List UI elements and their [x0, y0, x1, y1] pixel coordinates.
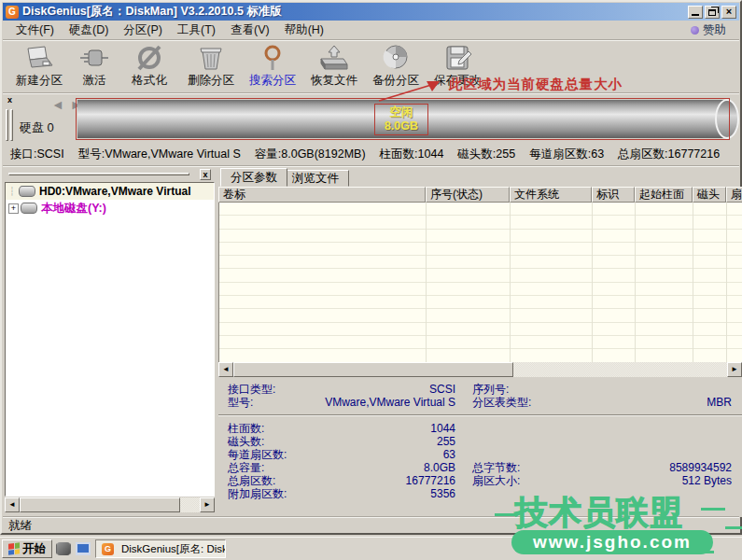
- free-space-text: 空闲: [390, 105, 413, 119]
- tree-item-hd0[interactable]: ┆ HD0:VMware,VMware Virtual: [6, 183, 214, 200]
- menu-help[interactable]: 帮助(H): [277, 21, 331, 40]
- detail-value: 16777216: [406, 474, 455, 487]
- panel-close-icon[interactable]: x: [5, 96, 15, 106]
- sidebar-header: x: [5, 169, 215, 181]
- detail-value: SCSI: [429, 383, 455, 396]
- minimize-icon: [692, 14, 699, 16]
- expand-plus-icon[interactable]: +: [8, 203, 19, 214]
- scroll-left-icon[interactable]: ◄: [218, 362, 233, 377]
- minimize-button[interactable]: [688, 6, 703, 19]
- toolbar: 新建分区 激活 格式化 删除分区 搜索分区 恢复文件: [3, 41, 739, 93]
- disk-bar-panel: x ◄► 硬盘 0 空闲 8.0GB: [3, 94, 739, 144]
- table-header: 卷标 序号(状态) 文件系统 标识 起始柱面 磁头 扇区 终止柱面 磁头: [218, 187, 742, 203]
- format-button[interactable]: 格式化: [119, 43, 180, 91]
- restore-icon: [708, 9, 716, 16]
- menu-disk[interactable]: 硬盘(D): [62, 21, 116, 40]
- table-column: [593, 203, 636, 362]
- detail-value: 255: [437, 435, 455, 448]
- title-bar: G DiskGenius[原名：DiskMan] V3.2.2010.5 标准版…: [3, 3, 739, 21]
- col-start-cylinder[interactable]: 起始柱面: [635, 187, 693, 203]
- sponsor-dot-icon: [691, 26, 699, 35]
- detail-value: 1044: [430, 422, 455, 435]
- recover-files-button[interactable]: 恢复文件: [303, 43, 365, 91]
- free-space-label[interactable]: 空闲 8.0GB: [374, 104, 428, 135]
- window-title: DiskGenius[原名：DiskMan] V3.2.2010.5 标准版: [22, 4, 686, 20]
- scrollbar-thumb[interactable]: [20, 497, 180, 512]
- diskgenius-logo-icon: G: [102, 543, 114, 555]
- table-column: [727, 203, 742, 362]
- taskbar-task-diskgenius[interactable]: G DiskGenius[原名: DiskMa...: [95, 539, 226, 558]
- info-cylinders: 柱面数:1044: [380, 147, 444, 162]
- info-capacity: 容量:8.0GB(8192MB): [255, 147, 366, 162]
- scroll-left-icon[interactable]: ◄: [5, 497, 20, 512]
- details-left-top: 接口类型:SCSI 型号:VMware,VMware Virtual S: [228, 383, 455, 409]
- detail-value: 8589934592: [669, 461, 732, 474]
- menu-bar: 文件(F) 硬盘(D) 分区(P) 工具(T) 查看(V) 帮助(H) 赞助: [3, 21, 739, 40]
- scroll-right-icon[interactable]: ►: [727, 362, 742, 377]
- save-changes-icon: [441, 43, 473, 73]
- backup-partition-button[interactable]: 备份分区: [365, 43, 427, 91]
- col-volume-label[interactable]: 卷标: [218, 187, 426, 203]
- close-button[interactable]: ×: [721, 6, 736, 19]
- info-model: 型号:VMware,VMware Virtual S: [78, 147, 241, 162]
- tree-item-local-disk[interactable]: + 本地磁盘(Y:): [6, 200, 214, 217]
- detail-value: VMware,VMware Virtual S: [325, 396, 455, 409]
- detail-value: 63: [443, 448, 455, 461]
- menu-file[interactable]: 文件(F): [8, 21, 62, 40]
- start-button[interactable]: 开始: [2, 539, 52, 558]
- col-sector[interactable]: 扇区: [726, 187, 742, 203]
- table-column: [219, 203, 427, 362]
- details-left-bottom: 柱面数:1044 磁头数:255 每道扇区数:63 总容量:8.0GB 总扇区数…: [228, 422, 455, 500]
- detail-label: 总容量:: [228, 461, 264, 474]
- quicklaunch-chip-icon[interactable]: [57, 542, 70, 555]
- partition-table-body[interactable]: [218, 203, 742, 362]
- tab-partition-params[interactable]: 分区参数: [220, 168, 287, 187]
- detail-value: MBR: [707, 396, 732, 409]
- harddisk-icon: [19, 186, 35, 197]
- tab-strip: 分区参数 浏览文件: [218, 168, 742, 187]
- tab-browse-files[interactable]: 浏览文件: [282, 170, 349, 187]
- table-column: [511, 203, 593, 362]
- activate-button[interactable]: 激活: [70, 43, 119, 91]
- detail-label: 附加扇区数:: [228, 487, 287, 500]
- sidebar-hscrollbar[interactable]: ◄ ►: [5, 497, 215, 512]
- col-filesystem[interactable]: 文件系统: [510, 187, 592, 203]
- sidebar-close-icon[interactable]: x: [200, 169, 211, 180]
- tree-item-label: 本地磁盘(Y:): [41, 201, 106, 217]
- sponsor-link[interactable]: 赞助: [691, 22, 734, 38]
- sidebar-grip[interactable]: [8, 173, 189, 175]
- main-panel: 分区参数 浏览文件 卷标 序号(状态) 文件系统 标识 起始柱面 磁头 扇区 终…: [218, 168, 742, 517]
- disk-details: 接口类型:SCSI 型号:VMware,VMware Virtual S 序列号…: [218, 377, 742, 517]
- panel-grip[interactable]: [6, 109, 8, 141]
- detail-label: 型号:: [228, 396, 253, 409]
- info-sectors-per-track: 每道扇区数:63: [529, 147, 604, 162]
- show-desktop-icon[interactable]: [76, 542, 91, 555]
- detail-label: 柱面数:: [228, 422, 264, 435]
- col-flag[interactable]: 标识: [592, 187, 635, 203]
- app-window: G DiskGenius[原名：DiskMan] V3.2.2010.5 标准版…: [0, 0, 742, 535]
- info-total-sectors: 总扇区数:16777216: [618, 147, 720, 162]
- diskgenius-logo-icon: G: [6, 6, 19, 19]
- delete-partition-button[interactable]: 删除分区: [180, 43, 242, 91]
- menu-partition[interactable]: 分区(P): [116, 21, 170, 40]
- disk-label: 硬盘 0: [20, 119, 54, 136]
- menu-view[interactable]: 查看(V): [223, 21, 277, 40]
- detail-label: 总扇区数:: [228, 474, 275, 487]
- sidebar: x ┆ HD0:VMware,VMware Virtual + 本地磁盘(Y:)…: [5, 169, 215, 513]
- detail-label: 每道扇区数:: [228, 448, 287, 461]
- panel-grip[interactable]: [10, 109, 13, 141]
- menu-tools[interactable]: 工具(T): [170, 21, 223, 40]
- status-bar: 就绪: [3, 517, 739, 534]
- search-partition-button[interactable]: 搜索分区: [242, 43, 303, 91]
- col-index-status[interactable]: 序号(状态): [426, 187, 510, 203]
- new-partition-button[interactable]: 新建分区: [8, 43, 70, 91]
- restore-button[interactable]: [705, 6, 720, 19]
- annotation-text: 此区域为当前硬盘总量大小: [449, 76, 623, 93]
- table-hscrollbar[interactable]: ◄ ►: [218, 362, 742, 377]
- col-head[interactable]: 磁头: [693, 187, 726, 203]
- info-interface: 接口:SCSI: [10, 147, 64, 162]
- scrollbar-thumb[interactable]: [233, 362, 513, 377]
- details-right-bottom: 总字节数:8589934592 扇区大小:512 Bytes: [472, 461, 732, 487]
- scroll-right-icon[interactable]: ►: [200, 497, 215, 512]
- tree-branch: ┆: [6, 187, 19, 196]
